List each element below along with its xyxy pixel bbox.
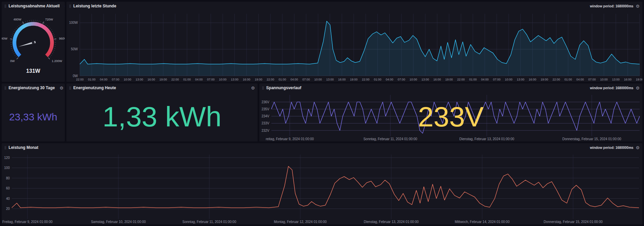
svg-text:01:00: 01:00: [469, 78, 477, 81]
panel-title: Leistung Monat: [9, 145, 39, 150]
gear-icon[interactable]: ⚙: [636, 86, 640, 90]
gear-icon[interactable]: ⚙: [636, 146, 640, 150]
svg-text:04:00: 04:00: [290, 78, 298, 81]
svg-text:0W: 0W: [10, 59, 15, 63]
svg-text:0W: 0W: [73, 74, 78, 78]
svg-text:04:00: 04:00: [576, 78, 584, 81]
svg-text:13:00: 13:00: [326, 78, 334, 81]
svg-text:40: 40: [6, 197, 10, 201]
svg-text:16:00: 16:00: [529, 78, 536, 81]
drag-handle-icon[interactable]: ⣿: [69, 86, 71, 90]
voltage-body: reitag, Februar 9, 2024 01:00:00Sonntag,…: [259, 92, 642, 142]
svg-text:234V: 234V: [262, 114, 270, 118]
svg-text:20: 20: [6, 207, 10, 211]
panel-header: ⣿ Energienutzung 30 Tage ⚙: [2, 83, 65, 92]
drag-handle-icon[interactable]: ⣿: [4, 146, 6, 149]
svg-text:07:00: 07:00: [398, 78, 406, 81]
svg-text:22:00: 22:00: [362, 78, 370, 81]
svg-text:100W: 100W: [69, 21, 78, 24]
svg-text:720W: 720W: [45, 18, 53, 21]
panel-title: Spannungsverlauf: [266, 86, 302, 90]
panel-header: ⣿ Leistung letzte Stunde window period: …: [66, 2, 642, 10]
svg-text:Dienstag, Februar 13, 2024 01:: Dienstag, Februar 13, 2024 01:00:00: [364, 220, 419, 224]
gear-icon[interactable]: ⚙: [251, 86, 255, 90]
svg-text:16:00: 16:00: [243, 78, 251, 81]
window-period-label: window period: 1680000ms: [590, 146, 634, 150]
svg-text:236V: 236V: [262, 100, 270, 104]
svg-text:19:00: 19:00: [541, 78, 548, 81]
svg-text:131W: 131W: [26, 68, 41, 74]
energy-30d-body: 23,33 kWh: [2, 92, 65, 142]
svg-text:22:00: 22:00: [457, 78, 465, 81]
gear-icon[interactable]: ⚙: [64, 4, 65, 8]
svg-text:50W: 50W: [71, 47, 78, 51]
svg-text:07:00: 07:00: [588, 78, 596, 81]
svg-text:22:00: 22:00: [76, 78, 84, 81]
energy-today-body: 1,33 kWh: [66, 92, 258, 142]
svg-text:04:00: 04:00: [386, 78, 393, 81]
power-month-chart[interactable]: Freitag, Februar 9, 2024 01:00:00Samstag…: [2, 152, 642, 224]
svg-text:reitag, Februar 9, 2024 01:00:: reitag, Februar 9, 2024 01:00:00: [266, 137, 314, 141]
svg-text:10:00: 10:00: [314, 78, 322, 81]
gear-icon[interactable]: ⚙: [59, 86, 63, 90]
svg-text:07:00: 07:00: [493, 78, 501, 81]
panel-title: Energienutzung 30 Tage: [9, 86, 55, 90]
svg-text:22:00: 22:00: [171, 78, 179, 81]
svg-text:10:00: 10:00: [124, 78, 131, 81]
svg-text:01:00: 01:00: [88, 78, 96, 81]
svg-text:13:00: 13:00: [136, 78, 143, 81]
panel-header: ⣿ Leistung Monat window period: 1680000m…: [2, 143, 642, 152]
panel-header: ⣿ Spannungsverlauf window period: 168000…: [259, 83, 642, 92]
svg-text:07:00: 07:00: [112, 78, 119, 81]
panel-energienutzung-30-tage: ⣿ Energienutzung 30 Tage ⚙ 23,33 kWh: [2, 83, 65, 142]
gear-icon[interactable]: ⚙: [636, 4, 640, 8]
panel-leistung-monat: ⣿ Leistung Monat window period: 1680000m…: [2, 143, 642, 224]
panel-spannungsverlauf: ⣿ Spannungsverlauf window period: 168000…: [259, 83, 642, 142]
voltage-chart[interactable]: reitag, Februar 9, 2024 01:00:00Sonntag,…: [259, 92, 642, 142]
svg-text:19:00: 19:00: [255, 78, 262, 81]
drag-handle-icon[interactable]: ⣿: [69, 4, 71, 8]
svg-text:19:00: 19:00: [159, 78, 167, 81]
panel-leistungsabnahme-aktuell: ⣿ Leistungsabnahme Aktuell ⚙ 0W240W480W7…: [2, 2, 65, 82]
window-period-label: window period: 1680000ms: [590, 4, 634, 8]
panel-header: ⣿ Leistungsabnahme Aktuell ⚙: [2, 2, 65, 10]
svg-text:60: 60: [6, 186, 10, 190]
svg-text:16:00: 16:00: [433, 78, 441, 81]
svg-text:Sonntag, Februar 11, 2024 01:0: Sonntag, Februar 11, 2024 01:00:00: [182, 220, 236, 224]
svg-text:19:00: 19:00: [350, 78, 358, 81]
svg-text:01:00: 01:00: [374, 78, 382, 81]
drag-handle-icon[interactable]: ⣿: [262, 86, 264, 90]
svg-text:13:00: 13:00: [612, 78, 620, 81]
svg-text:01:00: 01:00: [565, 78, 572, 81]
energy-today-value: 1,33 kWh: [103, 101, 222, 133]
svg-text:100: 100: [4, 166, 10, 170]
svg-text:240W: 240W: [2, 37, 8, 40]
svg-text:16:00: 16:00: [338, 78, 346, 81]
svg-text:Mittwoch, Februar 14, 2024 01:: Mittwoch, Februar 14, 2024 01:00:00: [455, 220, 510, 224]
svg-text:Sonntag, Februar 11, 2024 01:0: Sonntag, Februar 11, 2024 01:00:00: [363, 137, 417, 141]
svg-text:04:00: 04:00: [100, 78, 108, 81]
svg-text:480W: 480W: [13, 18, 21, 21]
panel-energienutzung-heute: ⣿ Energienutzung Heute ⚙ 1,33 kWh: [66, 83, 258, 142]
window-period-label: window period: 1680000ms: [590, 86, 634, 90]
panel-title: Leistungsabnahme Aktuell: [9, 4, 60, 8]
drag-handle-icon[interactable]: ⣿: [4, 86, 6, 90]
panel-title: Leistung letzte Stunde: [73, 4, 116, 8]
svg-text:07:00: 07:00: [207, 78, 215, 81]
svg-text:Montag, Februar 12, 2024 01:00: Montag, Februar 12, 2024 01:00:00: [274, 220, 327, 224]
power-hour-chart[interactable]: 22:0001:0004:0007:0010:0013:0016:0019:00…: [66, 10, 642, 82]
svg-text:04:00: 04:00: [195, 78, 203, 81]
svg-text:Samstag, Februar 10, 2024 01:0: Samstag, Februar 10, 2024 01:00:00: [91, 220, 146, 224]
svg-text:235V: 235V: [262, 107, 270, 111]
svg-text:232V: 232V: [262, 129, 270, 132]
svg-text:10:00: 10:00: [219, 78, 227, 81]
svg-text:07:00: 07:00: [302, 78, 310, 81]
svg-text:19:00: 19:00: [445, 78, 453, 81]
svg-text:Dienstag, Februar 13, 2024 01:: Dienstag, Februar 13, 2024 01:00:00: [460, 137, 515, 141]
drag-handle-icon[interactable]: ⣿: [4, 4, 6, 8]
svg-text:01:00: 01:00: [183, 78, 191, 81]
gauge-chart[interactable]: 0W240W480W720W960W1.200W131W: [2, 10, 65, 82]
svg-text:13:00: 13:00: [517, 78, 525, 81]
panel-header: ⣿ Energienutzung Heute ⚙: [66, 83, 258, 92]
svg-text:16:00: 16:00: [148, 78, 155, 81]
